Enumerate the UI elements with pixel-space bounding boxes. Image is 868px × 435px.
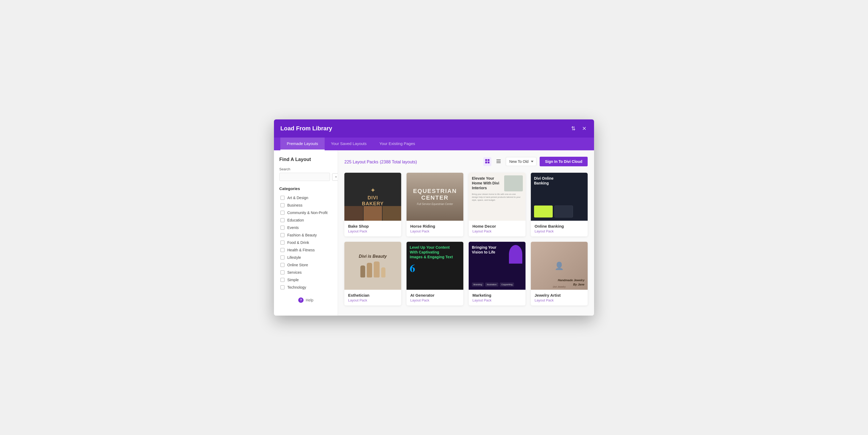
category-checkbox-business[interactable] [280,203,285,207]
layout-card-ai-generator[interactable]: Level Up Your ContentWith CaptivatingIma… [406,242,463,305]
category-item-technology[interactable]: Technology [279,283,332,291]
category-checkbox-education[interactable] [280,218,285,222]
category-label-community: Community & Non-Profit [287,210,328,215]
category-checkbox-services[interactable] [280,270,285,274]
category-item-services[interactable]: Services [279,269,332,276]
card-image-home-decor: Elevate YourHome With DiviInteriors Brin… [469,173,526,221]
card-type: Layout Pack [410,298,460,302]
category-item-community[interactable]: Community & Non-Profit [279,209,332,216]
category-item-fashion[interactable]: Fashion & Beauty [279,231,332,239]
category-item-art-design[interactable]: Art & Design [279,194,332,201]
sort-icon-button[interactable]: ⇅ [570,124,577,133]
category-checkbox-community[interactable] [280,210,285,215]
layouts-grid: ✦ DIVIBAKERY Bake Shop Layout Pack EQUES… [344,173,588,305]
category-checkbox-online-store[interactable] [280,263,285,267]
category-item-business[interactable]: Business [279,201,332,209]
content-header: 225 Layout Packs (2388 Total layouts) [344,157,588,166]
card-type: Layout Pack [348,229,398,233]
close-button[interactable]: ✕ [581,124,588,133]
category-label-education: Education [287,218,304,222]
card-name: Marketing [472,293,522,298]
category-item-simple[interactable]: Simple [279,276,332,283]
card-name: Esthetician [348,293,398,298]
card-info: Esthetician Layout Pack [344,290,401,305]
marketing-preview: Bringing YourVision to Life Branding Ill… [469,242,526,290]
layout-count: 225 Layout Packs (2388 Total layouts) [344,159,417,165]
horse-preview: EQUESTRIANCENTER Full Service Equestrian… [406,173,463,221]
category-checkbox-events[interactable] [280,226,285,230]
card-image-horse-riding: EQUESTRIANCENTER Full Service Equestrian… [406,173,463,221]
category-item-events[interactable]: Events [279,224,332,231]
category-label-food: Food & Drink [287,240,309,245]
list-icon [496,159,501,164]
card-info: Bake Shop Layout Pack [344,221,401,236]
header-actions: ⇅ ✕ [570,124,588,133]
card-name: Jewelry Artist [534,293,584,298]
category-item-education[interactable]: Education [279,216,332,224]
card-name: Horse Riding [410,224,460,228]
search-input[interactable] [279,173,330,181]
category-checkbox-fashion[interactable] [280,233,285,237]
sort-select[interactable]: New To OldOld To NewA to ZZ to A [506,157,536,166]
card-image-esthetician: Divi is Beauty [344,242,401,290]
layout-card-home-decor[interactable]: Elevate YourHome With DiviInteriors Brin… [469,173,526,236]
modal-title: Load From Library [280,125,332,132]
category-checkbox-technology[interactable] [280,285,285,290]
layout-card-jewelry-artist[interactable]: 👤 Handmade JewelryBy Jane Divi Jewelry J… [531,242,588,305]
layout-card-bake-shop[interactable]: ✦ DIVIBAKERY Bake Shop Layout Pack [344,173,401,236]
card-type: Layout Pack [472,229,522,233]
category-label-art-design: Art & Design [287,196,308,200]
category-checkbox-simple[interactable] [280,278,285,282]
svg-rect-4 [496,159,501,160]
svg-rect-5 [496,161,501,162]
category-label-online-store: Online Store [287,263,308,267]
sidebar-title: Find A Layout [279,157,332,162]
layout-card-horse-riding[interactable]: EQUESTRIANCENTER Full Service Equestrian… [406,173,463,236]
grid-view-button[interactable] [483,157,491,166]
card-type: Layout Pack [534,229,584,233]
banking-preview: Divi OnlineBanking [531,173,588,221]
tabs-bar: Premade Layouts Your Saved Layouts Your … [274,137,594,150]
help-row: ? Help [279,298,332,303]
card-type: Layout Pack [534,298,584,302]
card-image-marketing: Bringing YourVision to Life Branding Ill… [469,242,526,290]
tab-saved-layouts[interactable]: Your Saved Layouts [324,137,373,150]
search-label: Search [279,167,332,171]
sign-in-button[interactable]: Sign In To Divi Cloud [539,157,588,166]
tab-premade-layouts[interactable]: Premade Layouts [280,137,324,150]
category-item-health[interactable]: Health & Fitness [279,246,332,254]
card-name: Home Decor [472,224,522,228]
layout-card-esthetician[interactable]: Divi is Beauty Esthetician Layout Pack [344,242,401,305]
card-type: Layout Pack [410,229,460,233]
category-label-events: Events [287,226,299,230]
card-info: Online Banking Layout Pack [531,221,588,236]
help-label: Help [306,298,313,302]
category-checkbox-health[interactable] [280,248,285,252]
ai-preview: Level Up Your ContentWith CaptivatingIma… [406,242,463,290]
category-checkbox-food[interactable] [280,240,285,245]
list-view-button[interactable] [495,157,502,166]
category-label-services: Services [287,270,302,274]
category-label-simple: Simple [287,278,299,282]
svg-rect-0 [485,159,487,161]
card-info: Home Decor Layout Pack [469,221,526,236]
tab-existing-pages[interactable]: Your Existing Pages [373,137,422,150]
card-info: Horse Riding Layout Pack [406,221,463,236]
category-checkbox-art-design[interactable] [280,196,285,200]
search-row: + Filter [279,173,332,181]
layout-card-online-banking[interactable]: Divi OnlineBanking Online Banking Layout… [531,173,588,236]
category-item-lifestyle[interactable]: Lifestyle [279,254,332,261]
card-name: Online Banking [534,224,584,228]
modal-body: Find A Layout Search + Filter Categories… [274,150,594,315]
category-item-food[interactable]: Food & Drink [279,239,332,246]
filter-button[interactable]: + Filter [332,173,338,181]
header-controls: New To OldOld To NewA to ZZ to A Sign In… [483,157,588,166]
grid-icon [485,159,490,164]
jewelry-preview: 👤 Handmade JewelryBy Jane Divi Jewelry [531,242,588,290]
svg-rect-6 [496,162,501,163]
category-item-online-store[interactable]: Online Store [279,261,332,269]
card-image-bake-shop: ✦ DIVIBAKERY [344,173,401,221]
layout-card-marketing[interactable]: Bringing YourVision to Life Branding Ill… [469,242,526,305]
category-checkbox-lifestyle[interactable] [280,255,285,260]
home-decor-preview: Elevate YourHome With DiviInteriors Brin… [469,173,526,221]
